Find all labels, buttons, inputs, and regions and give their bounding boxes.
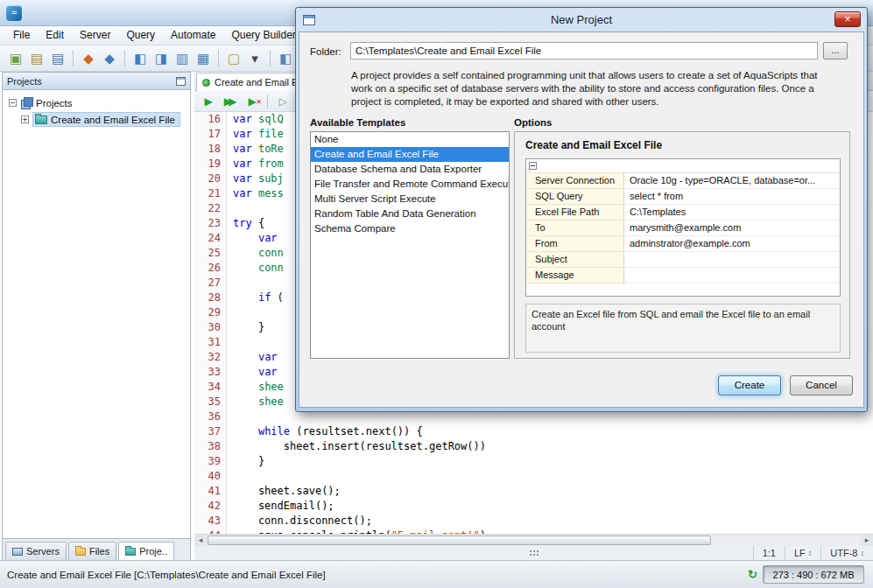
folder-label: Folder: [310, 46, 341, 57]
property-grid: Server ConnectionOracle 10g - type=ORACL… [525, 158, 841, 297]
scroll-right-icon[interactable]: ▸ [861, 535, 873, 546]
collapse-icon[interactable] [529, 162, 537, 170]
server-properties-icon[interactable]: ▤ [27, 49, 46, 68]
template-option-multi-server-script-execute[interactable]: Multi Server Script Execute [311, 192, 509, 206]
query-builder-icon[interactable]: ◨ [151, 49, 171, 68]
line-ending-selector[interactable]: LF ↕ [785, 546, 820, 560]
code-text: var mess [228, 186, 284, 201]
editor-window-icon[interactable]: ◧ [276, 49, 295, 68]
code-text: var [228, 231, 278, 246]
automate-icon[interactable]: ◆ [79, 49, 98, 68]
files-tab-icon [75, 548, 86, 556]
connect-server-icon[interactable]: ▤ [48, 49, 67, 68]
tab-projects[interactable]: Proje.. [118, 542, 174, 560]
template-option-create-and-email-excel-file[interactable]: Create and Email Excel File [311, 147, 509, 162]
property-value[interactable]: Oracle 10g - type=ORACLE, database=or... [624, 173, 840, 189]
menu-edit[interactable]: Edit [38, 26, 72, 45]
projects-panel: Projects − Projects + Create and Email E… [2, 72, 191, 539]
step-run-icon[interactable]: ▷ [274, 93, 292, 110]
property-name: Server Connection [526, 173, 624, 189]
template-description: Create an Excel file from SQL and email … [525, 304, 841, 353]
open-file-icon[interactable]: ▢ [224, 49, 243, 68]
status-bar: Create and Email Excel File [C:\Template… [0, 560, 873, 588]
property-value[interactable]: marysmith@example.com [624, 220, 840, 236]
table-data-icon[interactable]: ▥ [172, 49, 192, 68]
menu-query[interactable]: Query [118, 26, 163, 45]
line-number: 35 [194, 395, 228, 410]
line-number: 28 [194, 290, 228, 305]
float-panel-icon[interactable] [176, 77, 186, 86]
code-line[interactable]: 39 } [194, 454, 873, 469]
collapse-expander-icon[interactable]: − [9, 99, 17, 107]
line-number: 37 [194, 424, 228, 439]
code-text [228, 201, 233, 216]
property-grid-header [526, 159, 840, 173]
template-option-none[interactable]: None [311, 132, 509, 147]
register-server-icon[interactable]: ▣ [6, 49, 25, 68]
open-file-dropdown-icon[interactable]: ▾ [245, 49, 264, 68]
code-line[interactable]: 38 sheet.insert(resultset.getRow()) [194, 439, 873, 454]
scroll-left-icon[interactable]: ◂ [194, 535, 207, 546]
property-row-message: Message [526, 268, 840, 284]
code-text: var toRe [228, 142, 284, 157]
template-option-random-table-and-data-generation[interactable]: Random Table And Data Generation [311, 206, 509, 221]
expand-expander-icon[interactable]: + [21, 116, 29, 123]
code-text [228, 410, 233, 424]
code-line[interactable]: 40 [194, 469, 873, 484]
template-option-schema-compare[interactable]: Schema Compare [311, 221, 509, 236]
line-number: 33 [194, 365, 228, 380]
options-panel: Create and Email Excel File Server Conne… [514, 131, 850, 359]
property-value[interactable]: adminstrator@example.com [624, 236, 840, 252]
run-all-icon[interactable]: ▶▶ [220, 93, 241, 110]
code-line[interactable]: 41 sheet.save(); [194, 484, 873, 499]
code-text: conn.disconnect(); [228, 514, 372, 528]
property-value[interactable]: select * from [624, 189, 840, 205]
projects-tree: − Projects + Create and Email Excel File [3, 90, 190, 128]
template-option-file-transfer-and-remote-command-execution[interactable]: File Transfer and Remote Command Executi… [311, 177, 509, 192]
dialog-titlebar[interactable]: New Project × [299, 8, 864, 32]
line-number: 24 [194, 231, 228, 246]
property-value[interactable] [624, 252, 840, 268]
results-grid-icon[interactable]: ▦ [194, 49, 213, 68]
gc-icon[interactable]: ↻ [748, 568, 757, 581]
property-row-excel-file-path: Excel File PathC:\Templates [526, 205, 840, 220]
splitter-handle-icon[interactable] [529, 550, 539, 557]
property-value[interactable] [624, 268, 840, 284]
property-value[interactable]: C:\Templates [624, 205, 840, 220]
cancel-run-icon[interactable]: ▶✕ [243, 93, 261, 110]
close-icon[interactable]: × [834, 11, 861, 27]
create-button[interactable]: Create [718, 375, 781, 396]
scrollbar-thumb[interactable] [208, 536, 711, 545]
panel-tab-strip: ServersFilesProje.. [2, 539, 191, 560]
updown-icon: ↕ [808, 549, 813, 557]
horizontal-scrollbar[interactable]: ◂ ▸ [194, 534, 873, 546]
code-line[interactable]: 43 conn.disconnect(); [194, 514, 873, 528]
selected-project-node[interactable]: Create and Email Excel File [32, 112, 180, 127]
code-text: var file [228, 127, 284, 142]
tree-row-root[interactable]: − Projects [3, 94, 190, 111]
menu-automate[interactable]: Automate [163, 26, 223, 45]
code-text: shee [228, 395, 284, 410]
run-script-icon[interactable]: ▶ [200, 93, 217, 110]
schedule-icon[interactable]: ◆ [100, 49, 119, 68]
folder-input[interactable] [350, 42, 818, 60]
code-line[interactable]: 37 while (resultset.next()) { [194, 424, 873, 439]
code-text: var [228, 350, 278, 365]
memory-indicator[interactable]: 273 : 490 : 672 MB [763, 565, 864, 584]
menu-server[interactable]: Server [72, 26, 118, 45]
cancel-button[interactable]: Cancel [790, 375, 853, 396]
menu-query-builder[interactable]: Query Builder [223, 26, 303, 45]
tree-row-project[interactable]: + Create and Email Excel File [3, 111, 190, 128]
browse-button[interactable]: ... [823, 42, 848, 60]
code-text: var [228, 365, 278, 380]
project-node-label: Create and Email Excel File [51, 115, 175, 125]
query-analyzer-icon[interactable]: ◧ [130, 49, 150, 68]
encoding-selector[interactable]: UTF-8 ↕ [820, 546, 873, 560]
tab-servers[interactable]: Servers [5, 542, 67, 560]
line-number: 31 [194, 335, 228, 350]
tab-create-and-email[interactable]: Create and Email E [196, 73, 299, 91]
code-line[interactable]: 42 sendEmail(); [194, 499, 873, 514]
tab-files[interactable]: Files [68, 542, 116, 560]
menu-file[interactable]: File [5, 26, 38, 45]
template-option-database-schema-and-data-exporter[interactable]: Database Schema and Data Exporter [311, 162, 509, 177]
